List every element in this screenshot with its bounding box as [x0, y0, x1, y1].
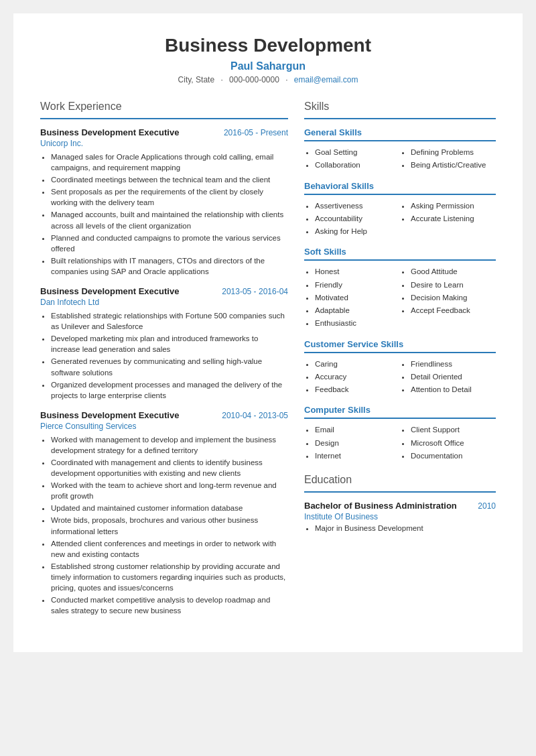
soft-skills-col1: Honest Friendly Motivated Adaptable Enth…: [304, 266, 400, 330]
job-header-2: Business Development Executive 2013-05 -…: [40, 286, 288, 296]
company-3: Pierce Consulting Services: [40, 422, 288, 431]
bullet: Developed marketing mix plan and introdu…: [51, 333, 288, 355]
skill-item: Microsoft Office: [411, 438, 496, 449]
bullet: Coordinated with management and clients …: [51, 457, 288, 479]
edu-year-1: 2010: [478, 501, 496, 511]
general-skills-divider: [304, 140, 496, 141]
edu-degree-1: Bachelor of Business Administration: [304, 501, 457, 511]
job-title-2: Business Development Executive: [40, 286, 179, 296]
general-skills-title: General Skills: [304, 127, 496, 137]
city-state: City, State: [178, 75, 214, 84]
main-columns: Work Experience Business Development Exe…: [40, 101, 496, 625]
edu-school-1: Institute Of Business: [304, 512, 496, 521]
skill-item: Defining Problems: [411, 147, 496, 158]
job-bullets-2: Established strategic relationships with…: [40, 310, 288, 401]
phone: 000-000-0000: [229, 75, 279, 84]
education-title: Education: [304, 474, 496, 486]
bullet: Conducted market competitive analysis to…: [51, 594, 288, 616]
skill-item: Accuracy: [315, 371, 400, 383]
candidate-name: Paul Sahargun: [40, 60, 496, 72]
bullet: Managed accounts, built and maintained t…: [51, 209, 288, 231]
customer-skills-divider: [304, 352, 496, 353]
soft-skills-divider: [304, 259, 496, 261]
soft-skills-cols: Honest Friendly Motivated Adaptable Enth…: [304, 266, 496, 330]
skill-item: Honest: [315, 266, 400, 277]
computer-skills-divider: [304, 418, 496, 419]
bullet: Worked with the team to achieve short an…: [51, 480, 288, 501]
skill-item: Asking for Help: [315, 226, 400, 237]
edu-bullets-1: Major in Business Development: [304, 524, 496, 532]
skill-item: Adaptable: [315, 305, 400, 316]
edu-bullet: Major in Business Development: [315, 524, 496, 532]
job-header-3: Business Development Executive 2010-04 -…: [40, 410, 288, 420]
skill-item: Email: [315, 424, 400, 436]
skill-item: Caring: [315, 359, 400, 370]
job-header-1: Business Development Executive 2016-05 -…: [40, 127, 288, 137]
bullet: Established strategic relationships with…: [51, 310, 288, 332]
skill-item: Client Support: [411, 424, 496, 436]
soft-skills-col2: Good Attitude Desire to Learn Decision M…: [400, 266, 496, 330]
bullet: Coordinated meetings between the technic…: [51, 174, 288, 185]
contact-info: City, State · 000-000-0000 · email@email…: [40, 75, 496, 84]
bullet: Generated revenues by communicating and …: [51, 356, 288, 377]
skill-item: Attention to Detail: [411, 384, 496, 395]
bullet: Attended client conferences and meetings…: [51, 538, 288, 560]
dot1: ·: [220, 75, 222, 84]
bullet: Sent proposals as per the requirements o…: [51, 186, 288, 208]
skill-item: Asking Permission: [411, 200, 496, 212]
skill-item: Motivated: [315, 292, 400, 304]
bullet: Managed sales for Oracle Applications th…: [51, 151, 288, 173]
behavioral-skills-col2: Asking Permission Accurate Listening: [400, 200, 496, 239]
bullet: Wrote bids, proposals, brochures and var…: [51, 515, 288, 536]
computer-skills-cols: Email Design Internet Client Support Mic…: [304, 424, 496, 463]
job-bullets-1: Managed sales for Oracle Applications th…: [40, 151, 288, 277]
computer-skills-col1: Email Design Internet: [304, 424, 400, 463]
skills-title: Skills: [304, 101, 496, 113]
dot2: ·: [285, 75, 287, 84]
skill-item: Accountability: [315, 213, 400, 225]
bullet: Worked with management to develop and im…: [51, 434, 288, 456]
behavioral-skills-col1: Assertiveness Accountability Asking for …: [304, 200, 400, 239]
skills-divider: [304, 118, 496, 119]
work-experience-title: Work Experience: [40, 101, 288, 113]
behavioral-skills-title: Behavioral Skills: [304, 181, 496, 191]
job-title-1: Business Development Executive: [40, 127, 179, 137]
general-skills-col2: Defining Problems Being Artistic/Creativ…: [400, 147, 496, 173]
work-experience-divider: [40, 118, 288, 119]
computer-skills-title: Computer Skills: [304, 405, 496, 415]
skill-item: Feedback: [315, 384, 400, 395]
education-divider: [304, 491, 496, 493]
general-skills-cols: Goal Setting Collaboration Defining Prob…: [304, 147, 496, 173]
customer-skills-col1: Caring Accuracy Feedback: [304, 359, 400, 397]
bullet: Planned and conducted campaigns to promo…: [51, 233, 288, 254]
behavioral-skills-cols: Assertiveness Accountability Asking for …: [304, 200, 496, 239]
skill-item: Goal Setting: [315, 147, 400, 158]
general-skills-col1: Goal Setting Collaboration: [304, 147, 400, 173]
skill-item: Internet: [315, 450, 400, 462]
skill-item: Enthusiastic: [315, 318, 400, 329]
bullet: Updated and maintained customer informat…: [51, 503, 288, 513]
computer-skills-col2: Client Support Microsoft Office Document…: [400, 424, 496, 463]
job-bullets-3: Worked with management to develop and im…: [40, 434, 288, 617]
job-dates-2: 2013-05 - 2016-04: [222, 287, 288, 296]
bullet: Organized development processes and mana…: [51, 379, 288, 401]
job-dates-3: 2010-04 - 2013-05: [222, 411, 288, 420]
skill-item: Being Artistic/Creative: [411, 160, 496, 171]
skill-item: Assertiveness: [315, 200, 400, 212]
skills-education-column: Skills General Skills Goal Setting Colla…: [304, 101, 496, 625]
skill-item: Detail Oriented: [411, 371, 496, 383]
customer-skills-title: Customer Service Skills: [304, 339, 496, 349]
soft-skills-title: Soft Skills: [304, 247, 496, 257]
resume-document: Business Development Paul Sahargun City,…: [13, 13, 523, 652]
resume-title: Business Development: [40, 35, 496, 56]
skill-item: Good Attitude: [411, 266, 496, 277]
job-dates-1: 2016-05 - Present: [224, 128, 288, 137]
company-1: Unicorp Inc.: [40, 139, 288, 148]
edu-header-1: Bachelor of Business Administration 2010: [304, 501, 496, 511]
email-link[interactable]: email@email.com: [294, 75, 358, 84]
skill-item: Design: [315, 438, 400, 449]
skill-item: Desire to Learn: [411, 279, 496, 291]
skill-item: Decision Making: [411, 292, 496, 304]
customer-skills-col2: Friendliness Detail Oriented Attention t…: [400, 359, 496, 397]
skill-item: Documentation: [411, 450, 496, 462]
